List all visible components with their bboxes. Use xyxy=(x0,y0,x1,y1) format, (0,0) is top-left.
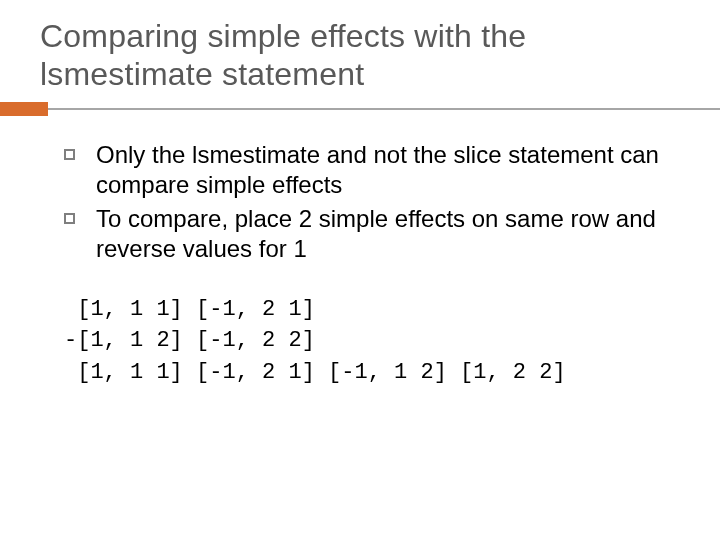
list-item: Only the lsmestimate and not the slice s… xyxy=(64,140,680,200)
slide: Comparing simple effects with the lsmest… xyxy=(0,0,720,540)
code-line: [1, 1 1] [-1, 2 1] xyxy=(64,297,315,322)
code-block: [1, 1 1] [-1, 2 1] -[1, 1 2] [-1, 2 2] [… xyxy=(64,294,680,390)
underline-line xyxy=(0,108,720,110)
slide-body: Only the lsmestimate and not the slice s… xyxy=(40,140,680,390)
bullet-list: Only the lsmestimate and not the slice s… xyxy=(64,140,680,264)
list-item: To compare, place 2 simple effects on sa… xyxy=(64,204,680,264)
slide-title: Comparing simple effects with the lsmest… xyxy=(40,18,680,94)
code-line: [1, 1 1] [-1, 2 1] [-1, 1 2] [1, 2 2] xyxy=(64,360,566,385)
bullet-icon xyxy=(64,149,75,160)
title-underline xyxy=(0,102,720,116)
bullet-icon xyxy=(64,213,75,224)
list-item-text: To compare, place 2 simple effects on sa… xyxy=(96,205,656,262)
list-item-text: Only the lsmestimate and not the slice s… xyxy=(96,141,659,198)
underline-accent-block xyxy=(0,102,48,116)
code-line: -[1, 1 2] [-1, 2 2] xyxy=(64,328,315,353)
